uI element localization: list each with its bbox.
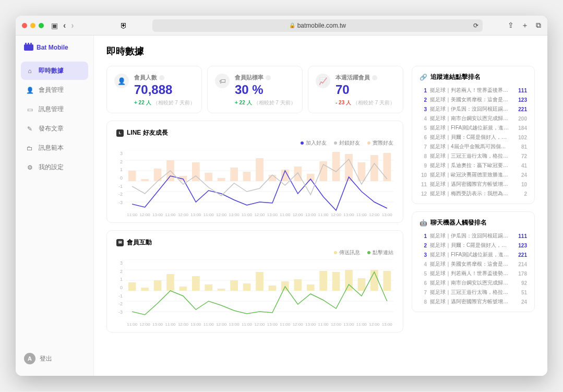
rank-title-text: 挺足球｜三冠王遊行太嗨，格拉利… — [430, 289, 510, 296]
svg-rect-15 — [230, 168, 238, 181]
rank-count: 24 — [513, 299, 527, 305]
y-axis: 3210-1-2-3 — [116, 150, 126, 212]
url-bar[interactable]: 🔒 batmobile.com.tw ⟳ — [152, 19, 483, 32]
help-icon[interactable] — [266, 75, 271, 80]
rank-num: 1 — [420, 88, 427, 93]
rank-row[interactable]: 4 挺足球｜南市台鋼安以恩完成歸化… 200 — [420, 115, 527, 122]
rank-count: 214 — [513, 262, 527, 267]
rank-row[interactable]: 7 挺足球｜三冠王遊行太嗨，格拉利… 51 — [420, 289, 527, 296]
chart-title-row: ✉ 會員互動 — [116, 238, 393, 247]
svg-rect-7 — [128, 171, 136, 181]
rank-row[interactable]: 12 挺足球｜梅西受訪表示：我想為自… 2 — [420, 190, 527, 197]
close-dot[interactable] — [22, 23, 27, 28]
rank-title-text: 挺足球｜伊瓜因：沒回阿根廷踢球… — [430, 232, 510, 240]
rank-row[interactable]: 8 挺足球｜邁阿密國際官方帳號增加… 24 — [420, 298, 527, 305]
svg-rect-38 — [166, 274, 174, 291]
rank-title: 聊天機器人觸發排名 — [430, 218, 487, 227]
rank-row[interactable]: 1 挺足球｜伊瓜因：沒回阿根廷踢球… 111 — [420, 232, 527, 240]
rank-count: 178 — [513, 271, 527, 277]
rank-num: 4 — [420, 262, 427, 267]
sidebar-item-members[interactable]: 👤 會員管理 — [21, 81, 88, 99]
rank-num: 7 — [420, 290, 427, 295]
minimize-dot[interactable] — [30, 23, 35, 28]
maximize-dot[interactable] — [39, 23, 44, 28]
svg-rect-17 — [256, 158, 263, 181]
help-icon[interactable] — [159, 75, 164, 80]
rank-row[interactable]: 6 挺足球｜貝爾：C羅是個好人，不… 102 — [420, 134, 527, 141]
rank-row[interactable]: 9 挺足球｜瓜迪奧拉：贏下歐冠要有… 41 — [420, 162, 527, 169]
traffic-lights — [22, 23, 44, 28]
user-icon: 👤 — [26, 87, 33, 94]
rank-row[interactable]: 3 挺足球｜伊瓜因：沒回阿根廷踢球… 221 — [420, 105, 527, 113]
rank-num: 2 — [420, 243, 427, 248]
svg-rect-50 — [319, 271, 327, 291]
sidebar-toggle-icon[interactable]: ▣ — [51, 21, 58, 30]
stat-delta: + 22 人（相較於 7 天前） — [235, 99, 296, 106]
rank-title-text: 挺足球｜美國女將摩根：這會是史… — [430, 96, 510, 103]
stat-value: 70,888 — [134, 82, 195, 97]
legend-item: 傳送訊息 — [334, 249, 360, 256]
refresh-icon[interactable]: ⟳ — [473, 22, 478, 29]
chart-legend: 傳送訊息 點擊連結 — [116, 249, 393, 256]
stat-delta: - 23 人（相較於 7 天前） — [336, 99, 395, 106]
sidebar-item-label: 訊息範本 — [39, 144, 64, 152]
back-icon[interactable]: ‹ — [63, 21, 66, 30]
rank-count: 41 — [513, 163, 527, 169]
sidebar-item-messages[interactable]: ▭ 訊息管理 — [21, 100, 88, 118]
rank-row[interactable]: 10 挺足球｜歐冠決賽羅德里致勝進球… 24 — [420, 171, 527, 179]
rank-link-clicks: 🔗 追蹤連結點擊排名 1 挺足球｜判若兩人！世界盃後界盃… 1112 挺足球｜美… — [412, 66, 535, 204]
right-column: 🔗 追蹤連結點擊排名 1 挺足球｜判若兩人！世界盃後界盃… 1112 挺足球｜美… — [412, 66, 535, 332]
legend-item: 加入好友 — [301, 139, 327, 147]
svg-rect-53 — [358, 278, 366, 291]
rank-row[interactable]: 4 挺足球｜美國女將摩根：這會是史… 214 — [420, 260, 527, 268]
legend-item: 實際好友 — [367, 139, 393, 147]
chart-title: 會員互動 — [127, 238, 152, 247]
rank-row[interactable]: 5 挺足球｜判若兩人！世界盃後勢… 178 — [420, 270, 527, 277]
rank-row[interactable]: 7 挺足球｜4屆企甲金靴馬可因個人… 81 — [420, 143, 527, 150]
rank-row[interactable]: 8 挺足球｜三冠王遊行太嗨，格拉利… 72 — [420, 152, 527, 160]
svg-rect-20 — [294, 167, 302, 181]
pen-icon: ✎ — [26, 125, 33, 133]
rank-row[interactable]: 3 挺足球｜FIFA測試越位新規，進攻… 221 — [420, 251, 527, 258]
sidebar-item-templates[interactable]: 🗀 訊息範本 — [21, 139, 88, 157]
rank-count: 200 — [513, 116, 527, 122]
sidebar-item-dashboard[interactable]: ⌂ 即時數據 — [21, 62, 88, 80]
svg-rect-48 — [294, 279, 302, 291]
rank-row[interactable]: 5 挺足球｜FIFA測試越位新規，進攻… 184 — [420, 124, 527, 132]
rank-row[interactable]: 11 挺足球｜邁阿密國際官方帳號增加… 10 — [420, 181, 527, 188]
svg-rect-35 — [128, 282, 136, 291]
sidebar-item-settings[interactable]: ⚙ 我的設定 — [21, 158, 88, 176]
rank-row[interactable]: 2 挺足球｜美國女將摩根：這會是史… 123 — [420, 96, 527, 103]
rank-title-text: 挺足球｜南市台鋼安以恩完成歸化… — [430, 279, 510, 287]
rank-title-row: 🤖 聊天機器人觸發排名 — [420, 218, 527, 227]
brand[interactable]: Bat Mobile — [21, 44, 88, 62]
brand-icon — [24, 44, 33, 51]
rank-num: 6 — [420, 280, 427, 286]
rank-count: 102 — [513, 135, 527, 140]
main: 即時數據 👤 會員人數 70,888 + 22 人（相較於 7 天前） — [94, 35, 547, 376]
svg-rect-51 — [332, 272, 340, 291]
help-icon[interactable] — [372, 75, 377, 80]
rank-num: 8 — [420, 299, 427, 305]
rank-row[interactable]: 2 挺足球｜貝爾：C羅是個好人，不… 123 — [420, 242, 527, 249]
url-text: batmobile.com.tw — [297, 22, 346, 29]
chart-interaction: ✉ 會員互動 傳送訊息 點擊連結 3210-1-2-3 11:0012:0013… — [106, 230, 403, 332]
share-icon[interactable]: ⇪ — [508, 21, 514, 30]
plot — [126, 259, 393, 322]
rank-num: 10 — [420, 172, 427, 178]
browser-window: ▣ ‹ › ⛨ 🔒 batmobile.com.tw ⟳ ⇪ ＋ ⧉ Bat M… — [16, 16, 547, 376]
rank-count: 51 — [513, 290, 527, 295]
sidebar-item-label: 訊息管理 — [39, 105, 64, 114]
stat-value: 70 — [336, 82, 395, 97]
legend-item: 點擊連結 — [367, 249, 393, 256]
logout-row[interactable]: A 登出 — [21, 350, 88, 367]
tabs-icon[interactable]: ⧉ — [536, 21, 541, 30]
rank-row[interactable]: 6 挺足球｜南市台鋼安以恩完成歸化… 92 — [420, 279, 527, 287]
shield-icon[interactable]: ⛨ — [120, 21, 127, 30]
forward-icon[interactable]: › — [71, 21, 74, 30]
newtab-icon[interactable]: ＋ — [521, 21, 529, 30]
rank-title-text: 挺足球｜FIFA測試越位新規，進攻… — [430, 251, 510, 258]
rank-num: 5 — [420, 271, 427, 277]
rank-row[interactable]: 1 挺足球｜判若兩人！世界盃後界盃… 111 — [420, 87, 527, 94]
sidebar-item-publish[interactable]: ✎ 發布文章 — [21, 120, 88, 138]
